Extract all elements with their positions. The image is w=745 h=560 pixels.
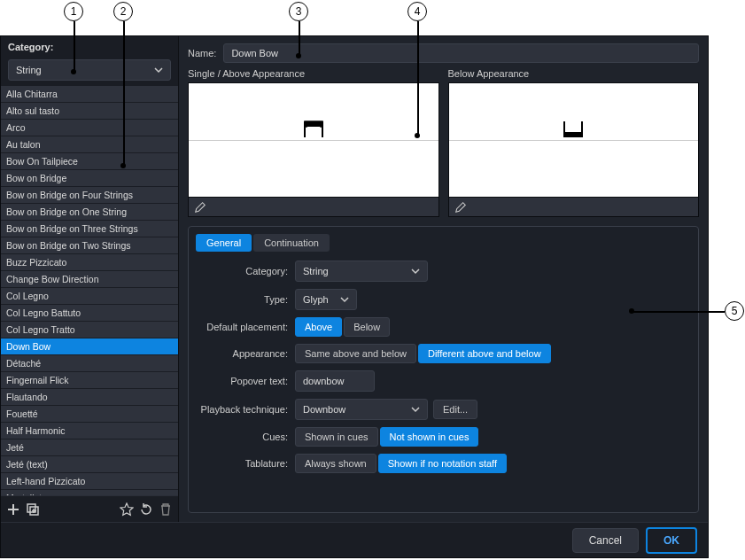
svg-rect-5 bbox=[564, 132, 582, 137]
list-item[interactable]: Flautando bbox=[1, 389, 178, 406]
callout-dot-1 bbox=[71, 69, 76, 74]
callout-5: 5 bbox=[725, 301, 744, 321]
duplicate-icon[interactable] bbox=[26, 502, 40, 517]
opt-type-select[interactable]: Glyph bbox=[295, 289, 357, 310]
opt-tablature-label: Tablature: bbox=[196, 458, 295, 469]
category-value: String bbox=[16, 65, 42, 75]
opt-appearance-label: Appearance: bbox=[196, 348, 295, 359]
callout-dot-3 bbox=[296, 53, 301, 58]
list-item[interactable]: Half Harmonic bbox=[1, 423, 178, 439]
list-item[interactable]: Buzz Pizzicato bbox=[1, 254, 178, 271]
list-item[interactable]: Fouetté bbox=[1, 406, 178, 423]
cues-not-shown-button[interactable]: Not shown in cues bbox=[380, 427, 479, 447]
callout-dot-2 bbox=[120, 163, 126, 168]
edit-above-button[interactable] bbox=[188, 198, 439, 217]
list-item[interactable]: Alto sul tasto bbox=[1, 103, 178, 120]
list-item[interactable]: Au talon bbox=[1, 136, 178, 153]
tab-continuation[interactable]: Continuation bbox=[253, 234, 330, 252]
list-item[interactable]: Fingernail Flick bbox=[1, 372, 178, 389]
appearance-same-button[interactable]: Same above and below bbox=[295, 344, 416, 363]
callout-line-1 bbox=[74, 21, 75, 71]
callout-dot-4 bbox=[415, 133, 420, 138]
svg-rect-2 bbox=[305, 121, 322, 127]
list-item[interactable]: Col Legno bbox=[1, 288, 178, 305]
list-item[interactable]: Bow On Tailpiece bbox=[1, 153, 178, 170]
name-label: Name: bbox=[188, 48, 216, 58]
opt-type-label: Type: bbox=[196, 294, 295, 305]
tab-general[interactable]: General bbox=[196, 234, 252, 252]
callout-line-5 bbox=[632, 311, 725, 313]
callout-line-4 bbox=[417, 21, 419, 135]
trash-icon[interactable] bbox=[159, 502, 173, 517]
edit-below-button[interactable] bbox=[448, 198, 700, 217]
left-toolbar bbox=[1, 495, 178, 522]
options-panel: General Continuation Category: String Ty… bbox=[188, 226, 699, 513]
name-input[interactable] bbox=[223, 43, 699, 63]
list-item[interactable]: Change Bow Direction bbox=[1, 271, 178, 288]
opt-category-select[interactable]: String bbox=[295, 261, 428, 282]
list-item[interactable]: Bow on Bridge on Four Strings bbox=[1, 187, 178, 204]
opt-playback-label: Playback technique: bbox=[196, 404, 295, 415]
list-item[interactable]: Left-hand Pizzicato bbox=[1, 473, 178, 490]
category-select[interactable]: String bbox=[8, 59, 171, 81]
preview-below-box bbox=[448, 82, 700, 198]
popover-text-input[interactable] bbox=[295, 370, 375, 392]
tablature-if-button[interactable]: Shown if no notation staff bbox=[378, 454, 507, 473]
preview-above-box bbox=[188, 82, 439, 198]
opt-cues-label: Cues: bbox=[196, 432, 295, 442]
playback-edit-button[interactable]: Edit... bbox=[433, 400, 477, 419]
chevron-down-icon bbox=[154, 66, 163, 74]
down-bow-glyph-below bbox=[563, 121, 583, 140]
callout-3: 3 bbox=[289, 2, 308, 21]
dialog-window: Category: String Alla ChitarraAlto sul t… bbox=[0, 35, 709, 558]
list-item[interactable]: Jeté (text) bbox=[1, 456, 178, 473]
list-item[interactable]: Bow on Bridge bbox=[1, 170, 178, 187]
dialog-footer: Cancel OK bbox=[1, 522, 708, 557]
callout-4: 4 bbox=[407, 2, 427, 21]
list-item[interactable]: Down Bow bbox=[1, 338, 178, 355]
ok-button[interactable]: OK bbox=[646, 527, 697, 554]
placement-below-button[interactable]: Below bbox=[344, 317, 390, 337]
callout-2: 2 bbox=[113, 2, 133, 21]
list-item[interactable]: Arco bbox=[1, 120, 178, 136]
callout-line-3 bbox=[299, 21, 300, 55]
right-column: Name: Single / Above Appearance bbox=[178, 36, 708, 522]
category-label: Category: bbox=[1, 36, 178, 56]
reset-icon[interactable] bbox=[139, 502, 153, 517]
list-item[interactable]: Col Legno Tratto bbox=[1, 322, 178, 338]
callout-line-2 bbox=[123, 21, 125, 165]
list-item[interactable]: Détaché bbox=[1, 355, 178, 372]
chevron-down-icon bbox=[340, 295, 349, 304]
placement-above-button[interactable]: Above bbox=[295, 317, 342, 337]
left-column: Category: String Alla ChitarraAlto sul t… bbox=[1, 36, 178, 522]
appearance-diff-button[interactable]: Different above and below bbox=[418, 344, 551, 363]
list-item[interactable]: Col Legno Battuto bbox=[1, 305, 178, 322]
preview-below-label: Below Appearance bbox=[448, 68, 700, 79]
list-item[interactable]: Bow on Bridge on Two Strings bbox=[1, 237, 178, 254]
add-icon[interactable] bbox=[6, 502, 20, 517]
pencil-icon bbox=[194, 201, 206, 214]
opt-placement-label: Default placement: bbox=[196, 322, 295, 332]
star-icon[interactable] bbox=[120, 502, 134, 517]
list-item[interactable]: Bow on Bridge on One String bbox=[1, 204, 178, 221]
opt-popover-label: Popover text: bbox=[196, 376, 295, 386]
callout-1: 1 bbox=[64, 2, 83, 21]
chevron-down-icon bbox=[411, 405, 420, 414]
list-item[interactable]: Bow on Bridge on Three Strings bbox=[1, 221, 178, 237]
pencil-icon bbox=[454, 201, 467, 214]
tablature-always-button[interactable]: Always shown bbox=[295, 454, 376, 473]
opt-category-label: Category: bbox=[196, 266, 295, 276]
technique-list[interactable]: Alla ChitarraAlto sul tastoArcoAu talonB… bbox=[1, 86, 178, 495]
list-item[interactable]: Alla Chitarra bbox=[1, 86, 178, 103]
down-bow-glyph-above bbox=[304, 121, 323, 140]
opt-playback-select[interactable]: Downbow bbox=[295, 399, 428, 420]
cancel-button[interactable]: Cancel bbox=[572, 528, 639, 553]
cues-shown-button[interactable]: Shown in cues bbox=[295, 427, 378, 447]
preview-above-label: Single / Above Appearance bbox=[188, 68, 439, 79]
list-item[interactable]: Jeté bbox=[1, 439, 178, 456]
callout-dot-5 bbox=[629, 308, 634, 314]
chevron-down-icon bbox=[411, 267, 420, 276]
